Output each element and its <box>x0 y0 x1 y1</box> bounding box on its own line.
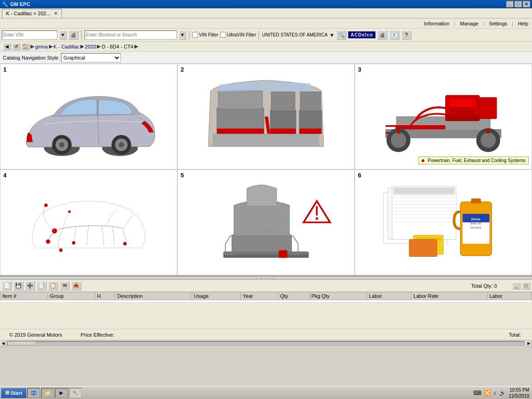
search-input[interactable] <box>85 30 177 40</box>
title-bar-controls[interactable]: _ □ ✕ <box>506 1 530 7</box>
parts-table-wrapper[interactable]: Item # Group H Description Usage Year Qt… <box>0 292 532 329</box>
col-year[interactable]: Year <box>241 292 278 300</box>
home-button[interactable]: 🏠 <box>21 43 30 50</box>
taskbar-media-icon[interactable]: ▶ <box>55 388 68 398</box>
search-dropdown-button[interactable]: ▼ <box>179 30 186 40</box>
jug-label-text2: Motor Oil <box>471 222 481 225</box>
scroll-thumb[interactable] <box>8 342 36 345</box>
grid-cell-3[interactable]: 3 <box>355 64 532 169</box>
empty-cell <box>0 300 532 302</box>
help-icon[interactable]: ? <box>401 30 411 40</box>
breadcrumb-current: D - 6D4 - CT4 <box>102 44 133 49</box>
menu-settings[interactable]: Settings <box>489 21 508 26</box>
minimize-button[interactable]: _ <box>506 1 514 7</box>
email-icon[interactable]: 📧 <box>389 30 399 40</box>
title-bar: 🔧 GM EPC _ □ ✕ <box>0 0 532 8</box>
horizontal-scrollbar[interactable]: ◀ ▶ <box>0 340 532 346</box>
ultravin-filter-checkbox-label[interactable]: UltraVIN Filter <box>220 32 256 38</box>
vin-filter-label: VIN Filter <box>199 32 218 37</box>
cell-3-tooltip-text: Powertrain, Fuel, Exhaust and Cooling Sy… <box>428 158 526 163</box>
start-button[interactable]: ⊞ Start <box>1 388 26 398</box>
col-item[interactable]: Item # <box>0 292 48 300</box>
vin-input[interactable] <box>2 30 57 40</box>
col-labor-extra[interactable]: Labor <box>487 292 532 300</box>
footer-total-area: Total: <box>509 332 523 338</box>
country-dropdown-icon[interactable]: ▼ <box>329 32 334 38</box>
taskbar-ie-icon[interactable] <box>27 388 40 398</box>
radiator <box>480 97 497 119</box>
col-labor-rate[interactable]: Labor Rate <box>411 292 487 300</box>
cell-2-content <box>178 64 354 169</box>
breadcrumb-cadillac[interactable]: K - Cadillac <box>54 44 79 49</box>
refresh-button[interactable]: ↺ <box>12 43 20 50</box>
scroll-right-button[interactable]: ▶ <box>526 340 532 347</box>
engine-mid <box>451 107 475 114</box>
ultravin-filter-label: UltraVIN Filter <box>227 32 256 37</box>
breadcrumb-gmna[interactable]: gmna <box>35 44 48 49</box>
wheel-center-rear <box>59 142 65 148</box>
col-labor[interactable]: Labor <box>367 292 411 300</box>
save-icon[interactable]: 💾 <box>13 281 24 290</box>
col-group[interactable]: Group <box>48 292 95 300</box>
scroll-track[interactable] <box>7 341 525 346</box>
nav-style-select[interactable]: Graphical Text Both <box>61 53 121 62</box>
copy-icon[interactable]: 📋 <box>48 281 58 290</box>
menu-help[interactable]: Help <box>518 21 528 26</box>
jug-label-text1: Dexos <box>472 218 481 221</box>
grid-cell-6[interactable]: 6 <box>355 169 532 275</box>
wire-up1 <box>43 206 54 231</box>
col-qty[interactable]: Qty <box>278 292 309 300</box>
close-button[interactable]: ✕ <box>523 1 530 7</box>
ultravin-filter-checkbox[interactable] <box>220 32 226 38</box>
export-icon[interactable]: 📤 <box>71 281 81 290</box>
cell-2-number: 2 <box>181 66 184 73</box>
search-icon-btn[interactable]: 🔍 <box>336 30 346 40</box>
col-usage[interactable]: Usage <box>192 292 241 300</box>
breadcrumb-2020[interactable]: 2020 <box>85 44 96 49</box>
new-icon[interactable]: 📄 <box>2 281 12 290</box>
connector-4 <box>123 242 127 245</box>
taskbar-folder-icon[interactable]: 📁 <box>41 388 54 398</box>
car-interior-image <box>194 74 338 159</box>
vin-filter-checkbox-label[interactable]: VIN Filter <box>192 32 218 38</box>
col-description[interactable]: Description <box>115 292 192 300</box>
grid-cell-1[interactable]: 1 <box>0 64 177 169</box>
toolbar-separator-2 <box>189 30 189 40</box>
grid-cell-5[interactable]: 5 <box>177 169 355 275</box>
divider-bar[interactable]: • • • • • <box>0 276 532 280</box>
pdf-icon[interactable]: 📑 <box>36 281 47 290</box>
maximize-button[interactable]: □ <box>514 1 522 7</box>
total-qty-label: Total Qty: 0 <box>471 283 497 289</box>
time-display: 10:55 PM 11/5/2019 <box>509 387 530 399</box>
scroll-left-button[interactable]: ◀ <box>0 340 6 347</box>
menu-information[interactable]: Information <box>424 21 449 26</box>
volume-icon[interactable]: 🔊 <box>499 390 506 396</box>
vin-filter-checkbox[interactable] <box>192 32 198 38</box>
menu-manage[interactable]: Manage <box>460 21 478 26</box>
main-tab[interactable]: K - Cadillac > 202... ✕ <box>2 9 62 18</box>
tab-close-button[interactable]: ✕ <box>54 11 58 16</box>
vin-dropdown-button[interactable]: ▼ <box>59 30 66 40</box>
back-button[interactable]: ◀ <box>3 43 11 50</box>
grid-cell-4[interactable]: 4 <box>0 169 177 275</box>
chassis-wheel-hub-rear <box>391 133 406 148</box>
col-h[interactable]: H <box>95 292 115 300</box>
email-icon-2[interactable]: ✉ <box>60 281 70 290</box>
col-pkg-qty[interactable]: Pkg Qty <box>309 292 367 300</box>
cell-6-content: Dexos Motor Oil SAE 0W-20 <box>355 170 532 275</box>
vin-scan-icon[interactable]: 🖨 <box>68 30 79 40</box>
ie-icon-svg <box>30 389 37 397</box>
grid-cell-2[interactable]: 2 <box>177 64 355 169</box>
price-effective-label: Price Effective: <box>81 332 115 338</box>
conn-top1 <box>44 204 48 207</box>
taskbar-gmepc-item[interactable]: 🔧 <box>69 388 82 398</box>
add-icon[interactable]: ➕ <box>25 281 35 290</box>
print-icon[interactable]: 🖨 <box>377 30 387 40</box>
minimize-panel-button[interactable]: _ <box>512 282 520 290</box>
maximize-panel-button[interactable]: □ <box>522 282 530 290</box>
parts-table: Item # Group H Description Usage Year Qt… <box>0 292 532 302</box>
cell-3-tooltip: Powertrain, Fuel, Exhaust and Cooling Sy… <box>418 157 529 164</box>
wire-up2 <box>63 212 70 229</box>
cell-3-content <box>355 64 532 169</box>
nav-style-bar: Catalog Navigation Style Graphical Text … <box>0 52 532 64</box>
